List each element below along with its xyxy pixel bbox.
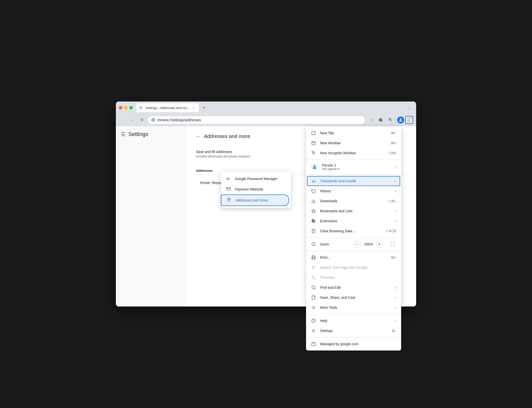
menu-person-row[interactable]: Person 1 Not signed in › [306,161,401,173]
submenu-label-addresses: Addresses and More [235,198,268,202]
zoom-minus-button[interactable]: − [354,241,361,248]
menu-item-print[interactable]: Print... ⌘P [306,252,401,262]
menu-label-print: Print... [320,256,387,260]
menu-item-new-window[interactable]: New Window ⌘N [306,138,401,148]
menu-item-managed: Managed by google.com [306,339,401,349]
menu-divider-1 [306,160,401,160]
hamburger-icon[interactable]: ☰ [121,131,125,137]
chrome-icon [151,118,155,122]
tab-title: Settings - Addresses and mo... [145,106,190,110]
menu-item-clear-browsing[interactable]: Clear Browsing Data... ⇧⌘⌫ [306,226,401,236]
minimize-button[interactable] [124,106,128,110]
sidebar: ☰ Settings [116,126,186,306]
menu-divider-2 [306,174,401,174]
tab-favicon-icon: ⚙ [139,106,143,110]
save-share-icon [311,295,316,300]
zoom-search-icon [311,242,316,247]
history-icon [311,188,316,194]
menu-item-extensions[interactable]: Extensions › [306,216,401,226]
back-button[interactable]: ← [119,116,127,124]
svg-line-17 [314,245,315,246]
extensions-arrow-icon: › [395,219,396,223]
menu-label-bookmarks: Bookmarks and Lists [320,209,391,213]
menu-label-new-window: New Window [320,141,387,145]
submenu-item-google-password-manager[interactable]: Google Password Manager [221,174,291,184]
menu-item-search-page: G Search This Page with Google... [306,262,401,272]
submenu-item-addresses[interactable]: Addresses and More [221,194,289,206]
new-tab-icon [311,130,316,136]
svg-point-5 [227,178,229,180]
forward-button[interactable]: → [128,116,136,124]
address-bar[interactable]: chrome://settings/addresses [147,116,365,124]
profile-button[interactable] [397,116,404,124]
menu-item-passwords-autofill[interactable]: Passwords and Autofill › [307,176,400,186]
passwords-arrow-icon: › [394,179,396,183]
zoom-label: Zoom [320,242,350,246]
page-back-arrow[interactable]: ← [196,134,201,139]
help-icon [311,318,316,323]
new-tab-button[interactable]: + [201,104,208,111]
save-fill-desc: Includes information like phone numbers [196,155,250,158]
menu-label-passwords: Passwords and Autofill [321,179,390,183]
traffic-lights [119,106,133,110]
autofill-submenu: Google Password Manager Payment Methods … [221,172,291,208]
menu-item-history[interactable]: History › [306,186,401,196]
menu-item-new-incognito[interactable]: New Incognito Window ⇧⌘N [306,148,401,158]
tab-close-button[interactable]: × [192,106,196,110]
svg-line-20 [314,288,315,289]
maximize-button[interactable] [129,106,133,110]
svg-point-1 [152,119,154,121]
svg-point-8 [228,199,229,200]
svg-rect-25 [312,343,316,346]
extensions-icon[interactable] [377,116,385,124]
menu-label-new-incognito: New Incognito Window [320,151,384,155]
close-button[interactable] [119,106,122,110]
zoom-plus-button[interactable]: + [376,241,383,248]
person-name: Person 1 [322,163,340,167]
zoom-controls: − 100% + [354,241,383,248]
svg-rect-10 [312,142,315,145]
person-info: Person 1 Not signed in [322,163,340,171]
tab-expand-button[interactable]: ⌄ [406,104,413,111]
menu-label-find-edit: Find and Edit [320,286,391,290]
svg-rect-6 [227,188,230,190]
find-edit-arrow-icon: › [395,286,396,290]
menu-item-save-share[interactable]: Save, Share, and Cast › [306,292,401,302]
print-icon [311,255,316,260]
menu-item-help[interactable]: Help › [306,316,401,326]
menu-shortcut-print: ⌘P [391,256,396,260]
menu-item-settings[interactable]: Settings ⌘, [306,326,401,336]
menu-label-downloads: Downloads [320,199,383,203]
menu-shortcut-clear: ⇧⌘⌫ [386,229,396,233]
menu-item-new-tab[interactable]: New Tab ⌘T [306,128,401,138]
menu-shortcut-new-incognito: ⇧⌘N [388,151,396,155]
person-arrow-icon: › [395,165,396,169]
reload-button[interactable]: ↻ [138,116,146,124]
bookmark-icon[interactable]: ☆ [368,116,376,124]
menu-label-search-page: Search This Page with Google... [320,266,396,270]
chrome-menu: New Tab ⌘T New Window ⌘N [306,126,401,350]
menu-item-bookmarks[interactable]: Bookmarks and Lists › [306,206,401,216]
svg-point-13 [312,181,314,183]
svg-marker-15 [312,209,316,213]
submenu-item-payment-methods[interactable]: Payment Methods [221,184,291,194]
svg-point-11 [313,152,314,153]
managed-icon [311,342,316,346]
active-tab[interactable]: ⚙ Settings - Addresses and mo... × [136,103,199,112]
menu-item-more-tools[interactable]: More Tools › [306,302,401,312]
save-share-arrow-icon: › [395,296,396,300]
help-arrow-icon: › [395,319,396,323]
menu-item-find-edit[interactable]: Find and Edit › [306,282,401,292]
menu-label-more-tools: More Tools [320,306,391,310]
svg-point-24 [313,330,314,332]
svg-line-12 [312,151,313,152]
history-arrow-icon: › [395,189,396,193]
submenu-label-payment-methods: Payment Methods [235,187,263,191]
chrome-menu-button[interactable]: ⋮ [405,116,413,124]
credit-card-icon [226,186,231,192]
menu-item-downloads[interactable]: Downloads ⌥⌘L [306,196,401,206]
labs-icon[interactable]: ⚗ [386,116,394,124]
zoom-fullscreen-icon[interactable]: ⛶ [389,241,396,248]
passwords-icon [312,178,317,184]
settings-title: Settings [128,131,148,138]
